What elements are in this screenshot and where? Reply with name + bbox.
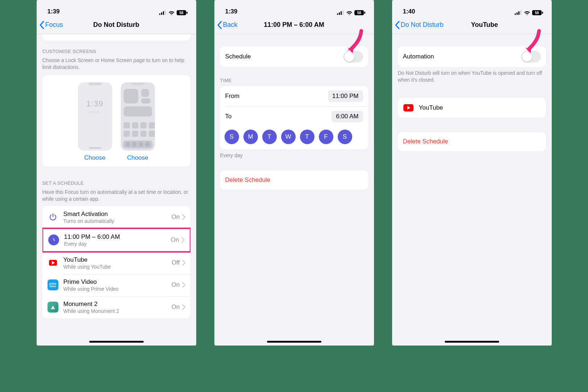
svg-rect-18 [518,11,519,15]
day-mon[interactable]: M [243,130,258,144]
lock-screen-preview[interactable]: 1:39 ○○○ [78,82,112,151]
day-thu[interactable]: T [300,130,314,144]
row-value: On [171,236,179,244]
previous-card-peek [42,34,190,41]
time-card: From 11:00 PM To 6:00 AM S M T W T F S [220,86,368,149]
schedule-toggle[interactable] [344,51,363,62]
clock-icon [48,234,59,245]
delete-label: Delete Schedule [225,176,271,184]
customise-screens-card: 1:39 ○○○ Choose Choose [42,75,190,167]
chevron-left-icon [217,21,222,29]
cellular-icon [337,11,344,15]
from-label: From [225,93,328,100]
to-value[interactable]: 6:00 AM [332,111,363,122]
day-wed[interactable]: W [281,130,296,144]
highlight-time-schedule: 11:00 PM – 6:00 AM Every day On [42,228,190,253]
power-icon [48,212,58,222]
svg-rect-19 [520,11,521,15]
status-bar: 1:40 58 [392,0,552,16]
automation-toggle-card: Automation [398,46,546,67]
row-sub: Turns on automatically [63,218,172,224]
screen-time-schedule: 1:39 58 Back 11:00 PM – 6:00 AM Schedule… [214,0,374,346]
schedule-row-prime[interactable]: primevideo Prime Video While using Prime… [42,274,190,296]
row-sub: Every day [64,241,171,247]
nav-bar: Focus Do Not Disturb [37,16,196,34]
home-indicator[interactable] [267,341,321,343]
schedule-row-smart-activation[interactable]: Smart Activation Turns on automatically … [42,206,190,228]
svg-rect-9 [337,13,338,15]
day-tue[interactable]: T [262,130,277,144]
status-bar: 1:39 58 [37,0,196,16]
youtube-icon [403,102,414,113]
row-title: Prime Video [63,278,172,286]
schedule-desc: Have this Focus turn on automatically at… [37,187,196,203]
app-row: YouTube [398,98,546,118]
customise-desc: Choose a Lock Screen or Home Screen page… [37,56,196,71]
home-indicator[interactable] [445,341,499,343]
schedule-list: Smart Activation Turns on automatically … [42,206,190,318]
delete-schedule-button[interactable]: Delete Schedule [398,132,546,151]
day-fri[interactable]: F [319,130,333,144]
schedule-toggle-row: Schedule [220,46,368,67]
time-header: TIME [214,67,374,85]
day-sun[interactable]: S [225,130,239,144]
wifi-icon [524,11,530,15]
back-button[interactable]: Back [217,21,238,29]
schedule-header: SET A SCHEDULE [37,167,196,187]
day-sat[interactable]: S [338,130,352,144]
automation-toggle[interactable] [521,51,541,62]
delete-card: Delete Schedule [220,171,368,189]
chevron-left-icon [40,21,44,29]
schedule-row-time[interactable]: 11:00 PM – 6:00 AM Every day On [43,229,190,251]
svg-rect-14 [364,12,365,14]
svg-text:58: 58 [535,11,539,15]
cellular-icon [515,11,522,15]
status-icons: 58 [337,10,365,15]
schedule-row-monument[interactable]: Monument 2 While using Monument 2 On [42,296,190,318]
youtube-icon [48,257,58,268]
status-icons: 58 [159,10,188,15]
svg-rect-10 [339,12,340,15]
row-value: On [172,281,180,289]
home-indicator[interactable] [89,341,144,343]
battery-icon: 58 [532,10,543,15]
cellular-icon [159,11,166,15]
prime-video-icon: primevideo [48,279,58,290]
chevron-right-icon [181,237,185,243]
wifi-icon [168,11,175,15]
delete-card: Delete Schedule [398,132,546,151]
back-label: Back [223,21,238,29]
automation-label: Automation [403,53,521,60]
status-time: 1:39 [48,8,60,15]
schedule-row-youtube[interactable]: YouTube While using YouTube Off [42,252,190,274]
row-value: Off [172,259,180,266]
row-title: 11:00 PM – 6:00 AM [64,233,171,241]
nav-bar: Back 11:00 PM – 6:00 AM [214,16,374,34]
back-label: Do Not Disturb [401,21,444,29]
status-time: 1:39 [225,8,238,15]
from-row[interactable]: From 11:00 PM [220,86,368,106]
nav-bar: Do Not Disturb YouTube [392,16,552,34]
row-value: On [172,303,180,311]
nav-title: 11:00 PM – 6:00 AM [214,21,374,29]
back-label: Focus [45,21,63,29]
svg-text:58: 58 [179,11,184,15]
back-button[interactable]: Do Not Disturb [395,21,444,29]
svg-rect-12 [342,11,344,15]
status-time: 1:40 [403,8,415,15]
choose-home-button[interactable]: Choose [127,154,148,162]
battery-icon: 58 [177,10,188,15]
to-row[interactable]: To 6:00 AM [220,106,368,127]
home-screen-preview[interactable] [121,82,155,151]
delete-schedule-button[interactable]: Delete Schedule [220,171,368,189]
choose-lock-button[interactable]: Choose [84,154,106,162]
svg-rect-5 [186,12,188,14]
chevron-right-icon [182,304,185,310]
back-button[interactable]: Focus [40,21,63,29]
from-value[interactable]: 11:00 PM [328,90,363,102]
automation-desc: Do Not Disturb will turn on when YouTube… [392,67,552,83]
svg-text:58: 58 [357,11,361,15]
delete-label: Delete Schedule [403,138,448,145]
svg-rect-11 [341,11,342,15]
schedule-toggle-label: Schedule [225,53,344,60]
